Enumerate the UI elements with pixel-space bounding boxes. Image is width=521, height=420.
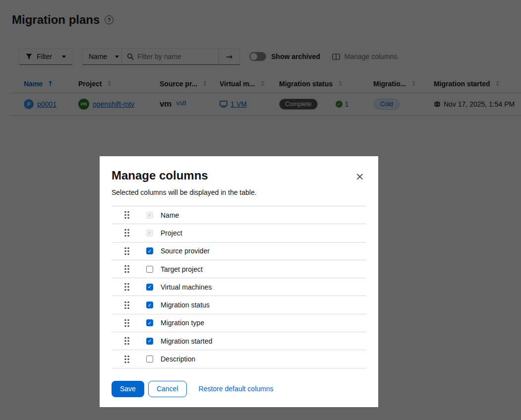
column-checkbox[interactable]: ✓ <box>146 319 153 326</box>
modal-title: Manage columns <box>112 168 366 183</box>
drag-handle-icon[interactable] <box>124 229 130 237</box>
column-row: ✓ Migration started <box>112 332 366 350</box>
modal-footer: Save Cancel Restore default columns <box>112 381 366 397</box>
column-row: ✓ Source provider <box>112 242 366 260</box>
column-row: ✓ Project <box>112 224 366 242</box>
manage-columns-modal: × Manage columns Selected columns will b… <box>100 156 378 407</box>
modal-description: Selected columns will be displayed in th… <box>112 187 366 198</box>
column-row: ✓ Migration status <box>112 296 366 314</box>
column-checkbox[interactable]: ✓ <box>146 247 153 254</box>
column-row: ✓ Migration type <box>112 314 366 332</box>
drag-handle-icon[interactable] <box>124 283 130 291</box>
column-checkbox[interactable]: ✓ <box>146 284 153 291</box>
save-button[interactable]: Save <box>112 381 144 397</box>
drag-handle-icon[interactable] <box>124 319 130 327</box>
cancel-button[interactable]: Cancel <box>148 381 187 397</box>
column-label: Project <box>161 229 182 237</box>
drag-handle-icon[interactable] <box>124 337 130 345</box>
drag-handle-icon[interactable] <box>124 247 130 255</box>
column-label: Target project <box>161 265 203 273</box>
column-checkbox[interactable]: ✓ <box>146 212 153 219</box>
column-label: Name <box>161 211 179 219</box>
column-label: Description <box>161 355 195 363</box>
drag-handle-icon[interactable] <box>124 301 130 309</box>
column-list: ✓ Name ✓ Project ✓ Source provider Targe… <box>112 206 366 368</box>
drag-handle-icon[interactable] <box>124 355 130 363</box>
column-label: Migration started <box>161 337 212 345</box>
column-checkbox[interactable] <box>146 266 153 273</box>
column-row: Description <box>112 350 366 368</box>
column-row: ✓ Name <box>112 206 366 224</box>
column-label: Source provider <box>161 247 210 255</box>
column-row: Target project <box>112 260 366 278</box>
column-checkbox[interactable] <box>146 356 153 362</box>
column-label: Migration status <box>161 301 210 309</box>
column-row: ✓ Virtual machines <box>112 278 366 296</box>
restore-default-columns-link[interactable]: Restore default columns <box>199 385 274 393</box>
close-icon[interactable]: × <box>355 171 364 182</box>
column-checkbox[interactable]: ✓ <box>146 338 153 345</box>
column-label: Virtual machines <box>161 283 212 291</box>
column-checkbox[interactable]: ✓ <box>146 230 153 237</box>
column-checkbox[interactable]: ✓ <box>146 301 153 308</box>
column-label: Migration type <box>161 319 204 327</box>
drag-handle-icon[interactable] <box>124 265 130 273</box>
drag-handle-icon[interactable] <box>124 211 130 219</box>
